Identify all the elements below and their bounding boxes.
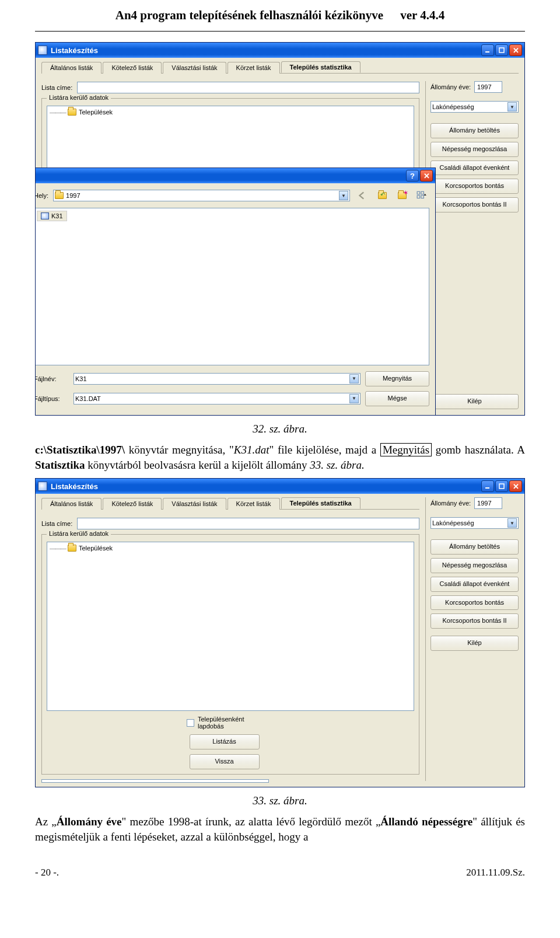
allomany-betoltes-button[interactable]: Állomány betöltés [430,539,519,555]
listazas-button[interactable]: Listázás [190,734,260,749]
figure-caption-33: 33. sz. ábra. [35,794,525,807]
svg-rect-0 [485,51,489,53]
tree-root-label: Települések [79,545,113,552]
hely-label: Hely: [35,192,48,199]
maximize-button[interactable] [495,480,508,492]
chevron-down-icon [508,518,517,528]
allomany-betoltes-button[interactable]: Állomány betöltés [430,123,519,138]
close-button[interactable]: ✕ [509,480,522,492]
minimize-button[interactable] [481,480,494,492]
back-icon[interactable] [355,188,370,203]
lista-cime-row: Lista címe: [41,518,419,529]
nepesseg-megoszlasa-button[interactable]: Népesség megoszlása [430,558,519,573]
listara-kerulo-label: Listára kerülő adatok [47,94,111,101]
tab-kotelezo[interactable]: Kötelező listák [103,62,162,74]
nepesseg-select[interactable]: Lakónépesség [430,101,519,113]
fajlnev-value: K31 [75,375,87,382]
titlebar[interactable]: Listakészítés ✕ [36,43,524,58]
app-icon [38,46,47,55]
lista-cime-row: Lista címe: [41,82,419,93]
lista-cime-input[interactable] [77,518,419,529]
allomany-eve-input[interactable] [474,497,502,509]
svg-rect-7 [499,484,504,489]
csaladi-allapot-button[interactable]: Családi állapot évenként [430,577,519,592]
kilep-button[interactable]: Kilép [430,636,519,651]
tab-kotelezo[interactable]: Kötelező listák [103,498,162,510]
lista-cime-label: Lista címe: [41,84,72,91]
allomany-eve-label: Állomány éve: [430,83,471,90]
tab-telepules-statisztika[interactable]: Település statisztika [281,61,360,73]
kilep-button[interactable]: Kilép [430,394,519,409]
tab-altalanos[interactable]: Általános listák [41,498,102,510]
right-panel: Állomány éve: Lakónépesség Állomány betö… [425,497,519,781]
close-button[interactable]: ✕ [509,44,522,56]
tab-valasztasi[interactable]: Választási listák [163,498,226,510]
tree-root-label: Települések [79,109,113,116]
tab-korzet[interactable]: Körzet listák [228,498,280,510]
listakeszites-window-1: Listakészítés ✕ Általános listák Kötelez… [35,42,525,416]
svg-rect-2 [417,191,420,194]
fajltipus-value: K31.DAT [75,395,101,402]
megse-button[interactable]: Mégse [365,391,429,406]
tabs: Általános listák Kötelező listák Választ… [41,497,419,510]
nepesseg-megoszlasa-button[interactable]: Népesség megoszlása [430,142,519,157]
svg-rect-3 [421,191,424,194]
megnyitas-button[interactable]: Megnyitás [365,371,429,386]
svg-rect-1 [499,48,504,53]
fajltipus-label: Fájltípus: [35,395,69,402]
svg-rect-5 [421,196,424,198]
app-icon [38,482,47,491]
help-button[interactable]: ? [406,170,419,182]
tab-valasztasi[interactable]: Választási listák [163,62,226,74]
allomany-eve-input[interactable] [474,81,502,93]
listara-kerulo-group: Listára kerülő adatok ——— Települések [41,534,419,775]
lista-cime-input[interactable] [77,82,419,93]
right-panel: Állomány éve: Lakónépesség Állomány betö… [425,81,519,409]
korcsoportos-button[interactable]: Korcsoportos bontás [430,179,519,194]
vissza-button[interactable]: Vissza [190,754,260,769]
tab-telepules-statisztika[interactable]: Település statisztika [281,497,360,509]
tab-korzet[interactable]: Körzet listák [228,62,280,74]
file-item-k31[interactable]: K31 [37,211,67,221]
checkbox-icon[interactable] [187,719,194,727]
tree-root[interactable]: ——— Települések [50,109,411,116]
telepulesenkent-checkbox-row[interactable]: Településenként lapdobás [187,716,262,730]
minimize-button[interactable] [481,44,494,56]
tab-altalanos[interactable]: Általános listák [41,62,102,74]
svg-rect-6 [485,487,489,489]
page-footer: - 20 -. 2011.11.09.Sz. [35,849,525,884]
chevron-down-icon [508,102,517,111]
page-number: - 20 -. [35,867,59,878]
listara-kerulo-label: Listára kerülő adatok [47,530,111,537]
listakeszites-window-2: Listakészítés ✕ Általános listák Kötelez… [35,478,525,787]
fajlnev-label: Fájlnév: [35,375,69,382]
progress-bar [41,779,269,783]
korcsoportos2-button[interactable]: Korcsoportos bontás II [430,613,519,629]
titlebar[interactable]: Listakészítés ✕ [36,479,524,494]
tree-root[interactable]: ——— Települések [50,545,411,552]
dialog-close-button[interactable]: ✕ [420,170,433,182]
csaladi-allapot-button[interactable]: Családi állapot évenként [430,161,519,176]
window-title: Listakészítés [51,482,98,491]
maximize-button[interactable] [495,44,508,56]
file-dialog-titlebar[interactable]: ? ✕ [35,168,435,183]
file-item-label: K31 [51,212,63,219]
fajltipus-select[interactable]: K31.DAT [74,393,360,405]
hely-value: 1997 [66,192,80,199]
lista-cime-label: Lista címe: [41,520,72,527]
korcsoportos2-button[interactable]: Korcsoportos bontás II [430,197,519,212]
allomany-eve-label: Állomány éve: [430,500,471,507]
file-listing[interactable]: K31 [35,208,429,365]
nepesseg-select[interactable]: Lakónépesség [430,517,519,529]
tree-area[interactable]: ——— Települések [47,542,414,711]
nepesseg-select-value: Lakónépesség [432,519,474,526]
doc-header: An4 program telepítésének felhasználói k… [35,0,525,27]
hely-select[interactable]: 1997 [53,190,350,201]
new-folder-icon[interactable]: ✶ [394,188,410,203]
fajlnev-input[interactable]: K31 [74,373,360,385]
up-folder-icon[interactable]: ↶ [374,188,390,203]
view-menu-icon[interactable] [414,188,429,203]
korcsoportos-button[interactable]: Korcsoportos bontás [430,595,519,611]
folder-icon [68,109,76,116]
footer-date: 2011.11.09.Sz. [466,867,525,878]
